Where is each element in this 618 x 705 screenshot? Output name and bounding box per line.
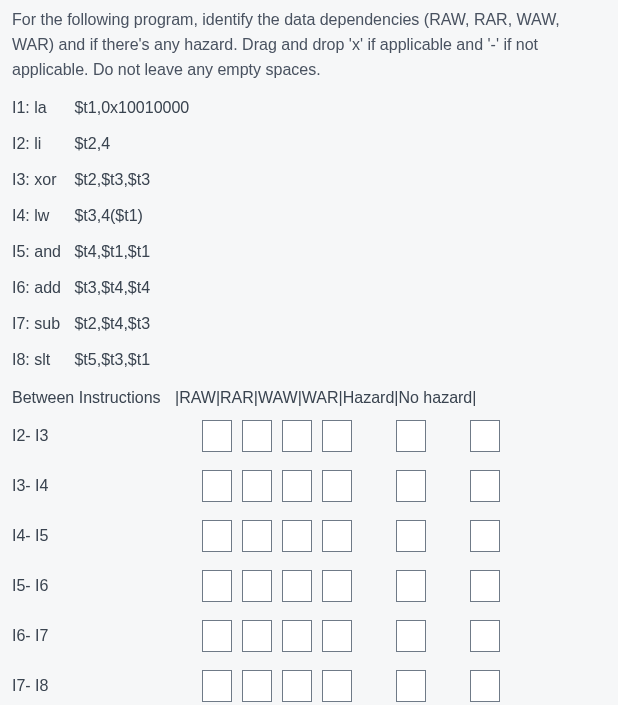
intro-text: For the following program, identify the … bbox=[12, 8, 606, 82]
instr-operands: $t2,$t3,$t3 bbox=[74, 168, 150, 192]
dropzone-rar[interactable] bbox=[242, 520, 272, 552]
dropzone-group bbox=[202, 520, 510, 552]
dropzone-war[interactable] bbox=[322, 670, 352, 702]
dropzone-war[interactable] bbox=[322, 570, 352, 602]
answers-grid: I2- I3 I3- I4 I4- I5 bbox=[12, 420, 606, 702]
dropzone-hazard[interactable] bbox=[396, 420, 426, 452]
dropzone-waw[interactable] bbox=[282, 520, 312, 552]
instr-operands: $t2,$t4,$t3 bbox=[74, 312, 150, 336]
instruction-row: I3: xor $t2,$t3,$t3 bbox=[12, 168, 606, 192]
instruction-row: I2: li $t2,4 bbox=[12, 132, 606, 156]
dropzone-waw[interactable] bbox=[282, 420, 312, 452]
dropzone-raw[interactable] bbox=[202, 670, 232, 702]
instr-operands: $t4,$t1,$t1 bbox=[74, 240, 150, 264]
dropzone-hazard[interactable] bbox=[396, 620, 426, 652]
dropzone-rar[interactable] bbox=[242, 570, 272, 602]
dropzone-no-hazard[interactable] bbox=[470, 670, 500, 702]
pair-label: I5- I6 bbox=[12, 574, 202, 598]
instr-label: I3: xor bbox=[12, 168, 66, 192]
dropzone-group bbox=[202, 570, 510, 602]
instruction-row: I6: add $t3,$t4,$t4 bbox=[12, 276, 606, 300]
answer-row: I3- I4 bbox=[12, 470, 606, 502]
answer-row: I4- I5 bbox=[12, 520, 606, 552]
dropzone-hazard[interactable] bbox=[396, 520, 426, 552]
dropzone-rar[interactable] bbox=[242, 470, 272, 502]
instr-label: I2: li bbox=[12, 132, 66, 156]
dropzone-waw[interactable] bbox=[282, 570, 312, 602]
instr-label: I8: slt bbox=[12, 348, 66, 372]
dropzone-no-hazard[interactable] bbox=[470, 420, 500, 452]
header-left: Between Instructions bbox=[12, 386, 161, 410]
dropzone-group bbox=[202, 620, 510, 652]
dropzone-war[interactable] bbox=[322, 420, 352, 452]
dropzone-war[interactable] bbox=[322, 620, 352, 652]
dropzone-no-hazard[interactable] bbox=[470, 520, 500, 552]
pair-label: I3- I4 bbox=[12, 474, 202, 498]
instruction-row: I5: and $t4,$t1,$t1 bbox=[12, 240, 606, 264]
dropzone-raw[interactable] bbox=[202, 620, 232, 652]
instr-operands: $t5,$t3,$t1 bbox=[74, 348, 150, 372]
dropzone-no-hazard[interactable] bbox=[470, 570, 500, 602]
dropzone-raw[interactable] bbox=[202, 420, 232, 452]
dropzone-rar[interactable] bbox=[242, 620, 272, 652]
dropzone-raw[interactable] bbox=[202, 470, 232, 502]
header-right: |RAW|RAR|WAW|WAR|Hazard|No hazard| bbox=[175, 386, 476, 410]
instr-operands: $t2,4 bbox=[74, 132, 110, 156]
dropzone-group bbox=[202, 420, 510, 452]
instr-label: I1: la bbox=[12, 96, 66, 120]
dropzone-no-hazard[interactable] bbox=[470, 470, 500, 502]
instruction-list: I1: la $t1,0x10010000 I2: li $t2,4 I3: x… bbox=[12, 96, 606, 372]
pair-label: I7- I8 bbox=[12, 674, 202, 698]
instr-label: I5: and bbox=[12, 240, 66, 264]
dropzone-raw[interactable] bbox=[202, 520, 232, 552]
instr-operands: $t3,4($t1) bbox=[74, 204, 142, 228]
instr-label: I7: sub bbox=[12, 312, 66, 336]
answer-row: I6- I7 bbox=[12, 620, 606, 652]
instruction-row: I7: sub $t2,$t4,$t3 bbox=[12, 312, 606, 336]
dropzone-war[interactable] bbox=[322, 470, 352, 502]
pair-label: I4- I5 bbox=[12, 524, 202, 548]
dropzone-hazard[interactable] bbox=[396, 570, 426, 602]
dropzone-war[interactable] bbox=[322, 520, 352, 552]
instr-label: I4: lw bbox=[12, 204, 66, 228]
instr-operands: $t3,$t4,$t4 bbox=[74, 276, 150, 300]
instruction-row: I4: lw $t3,4($t1) bbox=[12, 204, 606, 228]
instruction-row: I8: slt $t5,$t3,$t1 bbox=[12, 348, 606, 372]
pair-label: I6- I7 bbox=[12, 624, 202, 648]
instruction-row: I1: la $t1,0x10010000 bbox=[12, 96, 606, 120]
pair-label: I2- I3 bbox=[12, 424, 202, 448]
dropzone-hazard[interactable] bbox=[396, 670, 426, 702]
dropzone-no-hazard[interactable] bbox=[470, 620, 500, 652]
answer-row: I2- I3 bbox=[12, 420, 606, 452]
answer-row: I5- I6 bbox=[12, 570, 606, 602]
dropzone-waw[interactable] bbox=[282, 620, 312, 652]
dropzone-hazard[interactable] bbox=[396, 470, 426, 502]
dropzone-rar[interactable] bbox=[242, 420, 272, 452]
answer-header: Between Instructions |RAW|RAR|WAW|WAR|Ha… bbox=[12, 386, 606, 410]
dropzone-waw[interactable] bbox=[282, 670, 312, 702]
instr-label: I6: add bbox=[12, 276, 66, 300]
dropzone-group bbox=[202, 670, 510, 702]
dropzone-group bbox=[202, 470, 510, 502]
dropzone-raw[interactable] bbox=[202, 570, 232, 602]
answer-row: I7- I8 bbox=[12, 670, 606, 702]
instr-operands: $t1,0x10010000 bbox=[74, 96, 189, 120]
dropzone-rar[interactable] bbox=[242, 670, 272, 702]
dropzone-waw[interactable] bbox=[282, 470, 312, 502]
